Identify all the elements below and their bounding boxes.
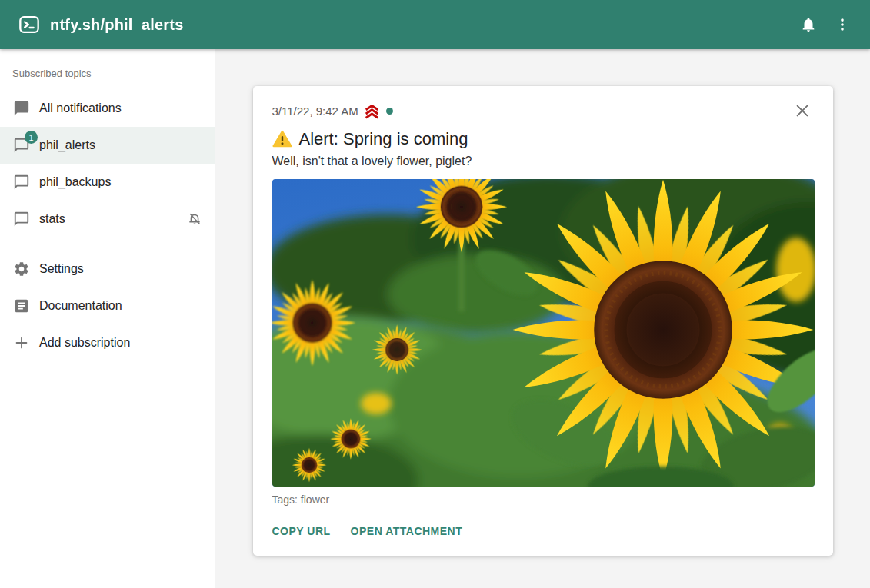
plus-icon <box>12 334 31 352</box>
sidebar: Subscribed topics All notifications 1 ph… <box>0 49 215 588</box>
attachment-image[interactable] <box>272 179 815 487</box>
terminal-logo-icon <box>18 14 40 35</box>
close-notification-button[interactable] <box>790 98 815 123</box>
sidebar-item-label: All notifications <box>39 101 122 115</box>
sidebar-item-add-subscription[interactable]: Add subscription <box>0 324 215 361</box>
sidebar-item-phil-backups[interactable]: phil_backups <box>0 164 215 201</box>
notifications-bell-icon <box>800 16 817 33</box>
chat-bubble-outline-icon <box>12 173 31 191</box>
notification-title: Alert: Spring is coming <box>272 129 815 149</box>
bell-muted-icon <box>187 211 202 227</box>
close-icon <box>794 102 811 119</box>
notification-timestamp: 3/11/22, 9:42 AM <box>272 105 358 118</box>
page-title: ntfy.sh/phil_alerts <box>50 16 183 34</box>
gear-icon <box>12 260 31 278</box>
open-attachment-button[interactable]: OPEN ATTACHMENT <box>351 523 463 539</box>
sidebar-item-all-notifications[interactable]: All notifications <box>0 90 215 127</box>
sidebar-item-stats[interactable]: stats <box>0 201 215 238</box>
topbar: ntfy.sh/phil_alerts <box>0 0 870 49</box>
chat-bubble-outline-icon: 1 <box>12 136 31 154</box>
subscribed-topics-label: Subscribed topics <box>0 60 215 90</box>
sidebar-item-label: Add subscription <box>39 336 130 350</box>
unread-dot-icon <box>386 108 393 115</box>
sidebar-item-label: Settings <box>39 262 84 276</box>
sidebar-item-label: Documentation <box>39 299 122 313</box>
notifications-bell-button[interactable] <box>792 8 825 42</box>
chat-bubble-outline-icon <box>12 210 31 228</box>
sidebar-item-label: stats <box>39 212 65 226</box>
sidebar-item-documentation[interactable]: Documentation <box>0 287 215 324</box>
overflow-menu-button[interactable] <box>825 8 859 42</box>
notification-body: Well, isn't that a lovely flower, piglet… <box>272 154 815 168</box>
unread-count-badge: 1 <box>25 131 38 144</box>
sidebar-item-label: phil_backups <box>39 175 111 189</box>
priority-max-icon <box>364 103 380 119</box>
sidebar-divider <box>0 244 215 244</box>
notification-actions: COPY URL OPEN ATTACHMENT <box>272 523 815 539</box>
sidebar-item-phil-alerts[interactable]: 1 phil_alerts <box>0 127 215 164</box>
sidebar-item-label: phil_alerts <box>39 138 95 152</box>
notification-header: 3/11/22, 9:42 AM <box>272 98 815 123</box>
copy-url-button[interactable]: COPY URL <box>272 523 331 539</box>
warning-emoji-icon <box>272 129 292 149</box>
notification-title-text: Alert: Spring is coming <box>299 129 468 149</box>
notification-card: 3/11/22, 9:42 AM <box>253 86 833 556</box>
sidebar-item-settings[interactable]: Settings <box>0 251 215 287</box>
chat-bubble-filled-icon <box>12 99 31 118</box>
notification-tags: Tags: flower <box>272 493 815 506</box>
overflow-menu-icon <box>834 16 851 33</box>
article-icon <box>12 297 31 315</box>
main-content: 3/11/22, 9:42 AM <box>215 49 870 588</box>
